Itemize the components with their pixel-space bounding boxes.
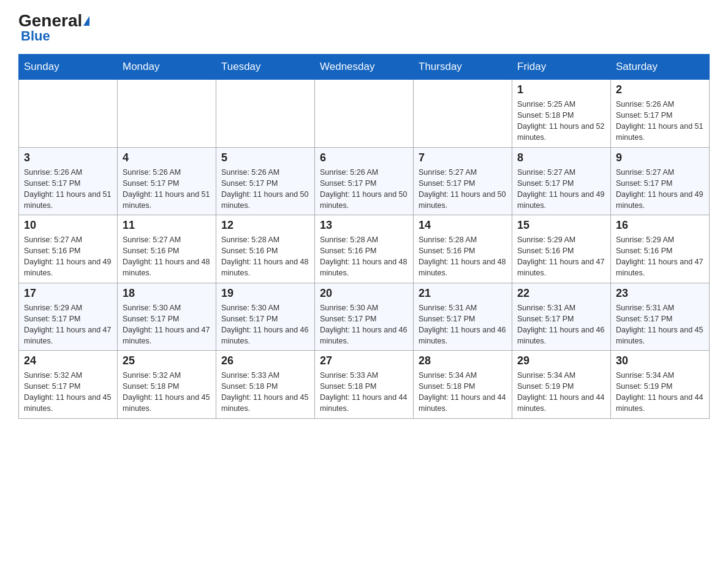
day-number: 8 bbox=[517, 151, 605, 164]
day-number: 22 bbox=[517, 287, 605, 300]
day-number: 5 bbox=[221, 151, 309, 164]
calendar-cell bbox=[315, 80, 414, 148]
sun-info: Sunrise: 5:30 AMSunset: 5:17 PMDaylight:… bbox=[123, 304, 210, 345]
day-number: 2 bbox=[616, 83, 704, 96]
calendar-header-friday: Friday bbox=[512, 55, 611, 80]
calendar-cell: 25 Sunrise: 5:32 AMSunset: 5:18 PMDaylig… bbox=[118, 351, 216, 419]
logo-blue-text: Blue bbox=[21, 28, 50, 44]
sun-info: Sunrise: 5:31 AMSunset: 5:17 PMDaylight:… bbox=[419, 304, 506, 345]
day-number: 26 bbox=[221, 354, 309, 367]
sun-info: Sunrise: 5:29 AMSunset: 5:16 PMDaylight:… bbox=[517, 236, 604, 277]
sun-info: Sunrise: 5:25 AMSunset: 5:18 PMDaylight:… bbox=[517, 100, 604, 142]
day-number: 17 bbox=[24, 287, 112, 300]
calendar-cell: 8 Sunrise: 5:27 AMSunset: 5:17 PMDayligh… bbox=[512, 147, 611, 215]
day-number: 30 bbox=[616, 354, 704, 367]
sun-info: Sunrise: 5:33 AMSunset: 5:18 PMDaylight:… bbox=[320, 371, 407, 413]
sun-info: Sunrise: 5:26 AMSunset: 5:17 PMDaylight:… bbox=[616, 100, 703, 142]
sun-info: Sunrise: 5:32 AMSunset: 5:18 PMDaylight:… bbox=[123, 371, 210, 413]
calendar-cell: 29 Sunrise: 5:34 AMSunset: 5:19 PMDaylig… bbox=[512, 351, 611, 419]
sun-info: Sunrise: 5:27 AMSunset: 5:17 PMDaylight:… bbox=[419, 168, 506, 210]
calendar-cell: 22 Sunrise: 5:31 AMSunset: 5:17 PMDaylig… bbox=[512, 283, 611, 351]
calendar-cell bbox=[19, 80, 118, 148]
calendar-header-sunday: Sunday bbox=[19, 55, 118, 80]
day-number: 15 bbox=[517, 219, 605, 232]
calendar-header-monday: Monday bbox=[118, 55, 216, 80]
calendar-header-wednesday: Wednesday bbox=[315, 55, 414, 80]
calendar-cell: 2 Sunrise: 5:26 AMSunset: 5:17 PMDayligh… bbox=[611, 80, 710, 148]
sun-info: Sunrise: 5:28 AMSunset: 5:16 PMDaylight:… bbox=[320, 236, 407, 277]
calendar-cell: 16 Sunrise: 5:29 AMSunset: 5:16 PMDaylig… bbox=[611, 215, 710, 283]
calendar-cell: 15 Sunrise: 5:29 AMSunset: 5:16 PMDaylig… bbox=[512, 215, 611, 283]
calendar-cell: 21 Sunrise: 5:31 AMSunset: 5:17 PMDaylig… bbox=[414, 283, 512, 351]
calendar-header-saturday: Saturday bbox=[611, 55, 710, 80]
sun-info: Sunrise: 5:31 AMSunset: 5:17 PMDaylight:… bbox=[517, 304, 604, 345]
calendar-cell: 6 Sunrise: 5:26 AMSunset: 5:17 PMDayligh… bbox=[315, 147, 414, 215]
sun-info: Sunrise: 5:33 AMSunset: 5:18 PMDaylight:… bbox=[221, 371, 308, 413]
calendar-cell: 13 Sunrise: 5:28 AMSunset: 5:16 PMDaylig… bbox=[315, 215, 414, 283]
calendar-cell: 7 Sunrise: 5:27 AMSunset: 5:17 PMDayligh… bbox=[414, 147, 512, 215]
day-number: 24 bbox=[24, 354, 112, 367]
sun-info: Sunrise: 5:29 AMSunset: 5:17 PMDaylight:… bbox=[24, 304, 111, 345]
calendar-week-row: 17 Sunrise: 5:29 AMSunset: 5:17 PMDaylig… bbox=[19, 283, 710, 351]
sun-info: Sunrise: 5:26 AMSunset: 5:17 PMDaylight:… bbox=[24, 168, 111, 210]
day-number: 7 bbox=[419, 151, 507, 164]
day-number: 23 bbox=[616, 287, 704, 300]
calendar-cell: 27 Sunrise: 5:33 AMSunset: 5:18 PMDaylig… bbox=[315, 351, 414, 419]
sun-info: Sunrise: 5:26 AMSunset: 5:17 PMDaylight:… bbox=[320, 168, 407, 210]
day-number: 6 bbox=[320, 151, 408, 164]
calendar-cell bbox=[216, 80, 315, 148]
page-header: General Blue bbox=[18, 12, 710, 44]
sun-info: Sunrise: 5:32 AMSunset: 5:17 PMDaylight:… bbox=[24, 371, 111, 413]
calendar-week-row: 10 Sunrise: 5:27 AMSunset: 5:16 PMDaylig… bbox=[19, 215, 710, 283]
calendar-cell: 30 Sunrise: 5:34 AMSunset: 5:19 PMDaylig… bbox=[611, 351, 710, 419]
calendar-cell: 28 Sunrise: 5:34 AMSunset: 5:18 PMDaylig… bbox=[414, 351, 512, 419]
calendar-header-thursday: Thursday bbox=[414, 55, 512, 80]
calendar-cell: 19 Sunrise: 5:30 AMSunset: 5:17 PMDaylig… bbox=[216, 283, 315, 351]
sun-info: Sunrise: 5:27 AMSunset: 5:16 PMDaylight:… bbox=[123, 236, 210, 277]
logo-triangle-icon bbox=[83, 16, 89, 26]
calendar-table: SundayMondayTuesdayWednesdayThursdayFrid… bbox=[18, 54, 710, 419]
day-number: 28 bbox=[419, 354, 507, 367]
calendar-cell: 5 Sunrise: 5:26 AMSunset: 5:17 PMDayligh… bbox=[216, 147, 315, 215]
day-number: 25 bbox=[123, 354, 211, 367]
calendar-week-row: 1 Sunrise: 5:25 AMSunset: 5:18 PMDayligh… bbox=[19, 80, 710, 148]
day-number: 10 bbox=[24, 219, 112, 232]
sun-info: Sunrise: 5:29 AMSunset: 5:16 PMDaylight:… bbox=[616, 236, 703, 277]
calendar-cell: 17 Sunrise: 5:29 AMSunset: 5:17 PMDaylig… bbox=[19, 283, 118, 351]
sun-info: Sunrise: 5:34 AMSunset: 5:18 PMDaylight:… bbox=[419, 371, 506, 413]
calendar-cell: 23 Sunrise: 5:31 AMSunset: 5:17 PMDaylig… bbox=[611, 283, 710, 351]
calendar-week-row: 3 Sunrise: 5:26 AMSunset: 5:17 PMDayligh… bbox=[19, 147, 710, 215]
calendar-cell: 24 Sunrise: 5:32 AMSunset: 5:17 PMDaylig… bbox=[19, 351, 118, 419]
sun-info: Sunrise: 5:27 AMSunset: 5:16 PMDaylight:… bbox=[24, 236, 111, 277]
calendar-header-tuesday: Tuesday bbox=[216, 55, 315, 80]
day-number: 12 bbox=[221, 219, 309, 232]
calendar-cell: 26 Sunrise: 5:33 AMSunset: 5:18 PMDaylig… bbox=[216, 351, 315, 419]
day-number: 11 bbox=[123, 219, 211, 232]
calendar-cell: 18 Sunrise: 5:30 AMSunset: 5:17 PMDaylig… bbox=[118, 283, 216, 351]
day-number: 20 bbox=[320, 287, 408, 300]
calendar-cell: 20 Sunrise: 5:30 AMSunset: 5:17 PMDaylig… bbox=[315, 283, 414, 351]
sun-info: Sunrise: 5:26 AMSunset: 5:17 PMDaylight:… bbox=[221, 168, 308, 210]
day-number: 29 bbox=[517, 354, 605, 367]
day-number: 1 bbox=[517, 83, 605, 96]
day-number: 18 bbox=[123, 287, 211, 300]
sun-info: Sunrise: 5:26 AMSunset: 5:17 PMDaylight:… bbox=[123, 168, 210, 210]
day-number: 13 bbox=[320, 219, 408, 232]
calendar-week-row: 24 Sunrise: 5:32 AMSunset: 5:17 PMDaylig… bbox=[19, 351, 710, 419]
calendar-cell: 3 Sunrise: 5:26 AMSunset: 5:17 PMDayligh… bbox=[19, 147, 118, 215]
calendar-cell bbox=[414, 80, 512, 148]
sun-info: Sunrise: 5:27 AMSunset: 5:17 PMDaylight:… bbox=[616, 168, 703, 210]
sun-info: Sunrise: 5:31 AMSunset: 5:17 PMDaylight:… bbox=[616, 304, 703, 345]
sun-info: Sunrise: 5:30 AMSunset: 5:17 PMDaylight:… bbox=[320, 304, 407, 345]
sun-info: Sunrise: 5:27 AMSunset: 5:17 PMDaylight:… bbox=[517, 168, 604, 210]
sun-info: Sunrise: 5:34 AMSunset: 5:19 PMDaylight:… bbox=[517, 371, 604, 413]
day-number: 21 bbox=[419, 287, 507, 300]
calendar-cell bbox=[118, 80, 216, 148]
calendar-cell: 4 Sunrise: 5:26 AMSunset: 5:17 PMDayligh… bbox=[118, 147, 216, 215]
day-number: 14 bbox=[419, 219, 507, 232]
calendar-cell: 10 Sunrise: 5:27 AMSunset: 5:16 PMDaylig… bbox=[19, 215, 118, 283]
sun-info: Sunrise: 5:30 AMSunset: 5:17 PMDaylight:… bbox=[221, 304, 308, 345]
calendar-cell: 12 Sunrise: 5:28 AMSunset: 5:16 PMDaylig… bbox=[216, 215, 315, 283]
day-number: 19 bbox=[221, 287, 309, 300]
day-number: 3 bbox=[24, 151, 112, 164]
